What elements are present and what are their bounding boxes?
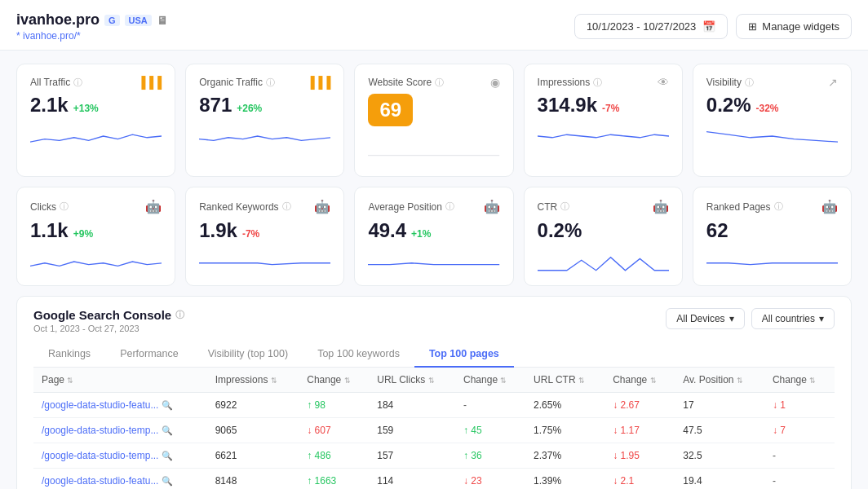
metric-clicks: Clicks ⓘ 🤖 1.1k +9%: [16, 187, 175, 286]
cell-url-clicks: 159: [369, 418, 455, 443]
gsc-table-body: /google-data-studio-featu... 🔍 6922 ↑ 98…: [33, 393, 835, 490]
info-icon[interactable]: ⓘ: [73, 77, 82, 89]
metric-value-clicks: 1.1k: [30, 219, 69, 242]
sparkline-score: [368, 139, 499, 165]
info-icon-ranked-kw[interactable]: ⓘ: [282, 200, 291, 213]
cell-pos-change: ↓ 7: [764, 418, 835, 443]
calendar-icon: 📅: [702, 20, 715, 33]
robot-icon-ranked-pages: 🤖: [822, 199, 838, 214]
info-icon-visibility[interactable]: ⓘ: [745, 77, 754, 89]
metric-value-avg-pos: 49.4: [368, 219, 406, 242]
sort-icon-ctr-change: ⇅: [650, 377, 657, 385]
sparkline-impressions: [538, 123, 669, 149]
date-range-button[interactable]: 10/1/2023 - 10/27/2023 📅: [574, 14, 728, 39]
cell-page[interactable]: /google-data-studio-temp... 🔍: [33, 443, 207, 469]
cell-url-ctr: 2.65%: [525, 393, 604, 418]
monitor-icon: 🖥: [157, 14, 168, 27]
all-countries-filter[interactable]: All countries ▾: [751, 308, 835, 329]
col-pos-change[interactable]: Change ⇅: [764, 368, 835, 393]
cell-ctr-change: ↓ 2.1: [604, 469, 675, 490]
info-icon-score[interactable]: ⓘ: [435, 77, 444, 89]
manage-widgets-button[interactable]: ⊞ Manage widgets: [736, 14, 852, 39]
col-url-clicks[interactable]: URL Clicks ⇅: [369, 368, 455, 393]
metric-change-organic: +26%: [237, 103, 262, 114]
badge-usa: USA: [125, 15, 152, 26]
info-icon-ranked-pages[interactable]: ⓘ: [774, 200, 783, 213]
page-link[interactable]: /google-data-studio-temp...: [42, 425, 158, 436]
cell-ctr-change: ↓ 2.67: [604, 393, 675, 418]
metric-title-avg-pos: Average Position ⓘ: [368, 200, 454, 213]
col-imp-change[interactable]: Change ⇅: [299, 368, 369, 393]
cell-url-ctr: 2.37%: [525, 443, 604, 469]
tab-performance[interactable]: Performance: [105, 341, 193, 368]
info-icon-organic[interactable]: ⓘ: [266, 77, 275, 89]
gsc-title: Google Search Console ⓘ: [33, 308, 184, 322]
cell-page[interactable]: /google-data-studio-temp... 🔍: [33, 418, 207, 443]
col-url-ctr[interactable]: URL CTR ⇅: [525, 368, 604, 393]
sort-icon-url-ctr: ⇅: [578, 377, 585, 385]
metric-website-score: Website Score ⓘ ◉ 69: [354, 64, 513, 177]
metric-ranked-pages: Ranked Pages ⓘ 🤖 62: [693, 187, 852, 286]
col-page[interactable]: Page ⇅: [33, 368, 207, 393]
info-icon-impressions[interactable]: ⓘ: [593, 77, 602, 89]
metric-value-organic: 871: [199, 94, 232, 117]
info-icon-avg-pos[interactable]: ⓘ: [445, 200, 454, 213]
cell-impressions: 8148: [207, 469, 299, 490]
cell-url-clicks: 157: [369, 443, 455, 469]
cell-clicks-change: -: [455, 393, 525, 418]
cell-av-position: 47.5: [675, 418, 764, 443]
sparkline-organic: [199, 123, 330, 149]
metric-title-organic: Organic Traffic ⓘ: [199, 77, 275, 89]
metric-title-score: Website Score ⓘ: [368, 77, 444, 89]
page-link[interactable]: /google-data-studio-featu...: [42, 399, 158, 411]
trending-icon: ↗: [828, 76, 838, 89]
info-icon-clicks[interactable]: ⓘ: [60, 200, 69, 213]
metric-title-ranked-kw: Ranked Keywords ⓘ: [199, 200, 290, 213]
info-icon-gsc[interactable]: ⓘ: [175, 309, 184, 321]
tab-top-keywords[interactable]: Top 100 keywords: [303, 341, 414, 368]
info-icon-ctr[interactable]: ⓘ: [560, 200, 569, 213]
manage-widgets-label: Manage widgets: [762, 20, 839, 33]
gsc-section: Google Search Console ⓘ Oct 1, 2023 - Oc…: [16, 296, 852, 489]
all-devices-label: All Devices: [676, 313, 724, 324]
tab-visibility[interactable]: Visibility (top 100): [193, 341, 303, 368]
gsc-tabs: Rankings Performance Visibility (top 100…: [33, 341, 835, 368]
col-clicks-change[interactable]: Change ⇅: [455, 368, 525, 393]
metric-title-impressions: Impressions ⓘ: [538, 77, 603, 89]
table-row: /google-data-studio-temp... 🔍 9065 ↓ 607…: [33, 418, 835, 443]
metric-change-impressions: -7%: [602, 103, 619, 114]
sparkline-ranked-kw: [199, 249, 330, 275]
all-devices-filter[interactable]: All Devices ▾: [666, 308, 744, 329]
gsc-table: Page ⇅ Impressions ⇅ Change ⇅ URL Clicks…: [33, 368, 835, 489]
cell-av-position: 17: [675, 393, 764, 418]
table-header-row: Page ⇅ Impressions ⇅ Change ⇅ URL Clicks…: [33, 368, 835, 393]
search-icon: 🔍: [162, 425, 173, 436]
tab-top-pages[interactable]: Top 100 pages: [414, 341, 514, 368]
metric-value-visibility: 0.2%: [706, 94, 751, 117]
metric-organic-traffic: Organic Traffic ⓘ ▐▐▐ 871 +26%: [185, 64, 344, 177]
cell-page[interactable]: /google-data-studio-featu... 🔍: [33, 469, 207, 490]
metric-impressions: Impressions ⓘ 👁 314.9k -7%: [524, 64, 683, 177]
col-ctr-change[interactable]: Change ⇅: [604, 368, 675, 393]
sparkline-ctr: [538, 249, 669, 275]
date-range-label: 10/1/2023 - 10/27/2023: [587, 20, 696, 33]
header-right: 10/1/2023 - 10/27/2023 📅 ⊞ Manage widget…: [574, 14, 852, 39]
page-link[interactable]: /google-data-studio-featu...: [42, 475, 158, 487]
metric-value-all-traffic: 2.1k: [30, 94, 69, 117]
tab-rankings[interactable]: Rankings: [33, 341, 105, 368]
col-av-position[interactable]: Av. Position ⇅: [675, 368, 764, 393]
metric-ctr: CTR ⓘ 🤖 0.2%: [524, 187, 683, 286]
page-link[interactable]: /google-data-studio-temp...: [42, 450, 158, 461]
cell-imp-change: ↑ 98: [299, 393, 369, 418]
robot-icon-ctr: 🤖: [653, 199, 669, 214]
site-url[interactable]: * ivanhoe.pro/*: [16, 30, 168, 42]
metric-value-ranked-kw: 1.9k: [199, 219, 237, 242]
gsc-filters: All Devices ▾ All countries ▾: [666, 308, 835, 329]
cell-page[interactable]: /google-data-studio-featu... 🔍: [33, 393, 207, 418]
sparkline-all-traffic: [30, 123, 162, 149]
table-row: /google-data-studio-featu... 🔍 6922 ↑ 98…: [33, 393, 835, 418]
cell-imp-change: ↓ 607: [299, 418, 369, 443]
col-impressions[interactable]: Impressions ⇅: [207, 368, 299, 393]
metric-title-ranked-pages: Ranked Pages ⓘ: [706, 200, 783, 213]
score-value: 69: [368, 94, 413, 126]
